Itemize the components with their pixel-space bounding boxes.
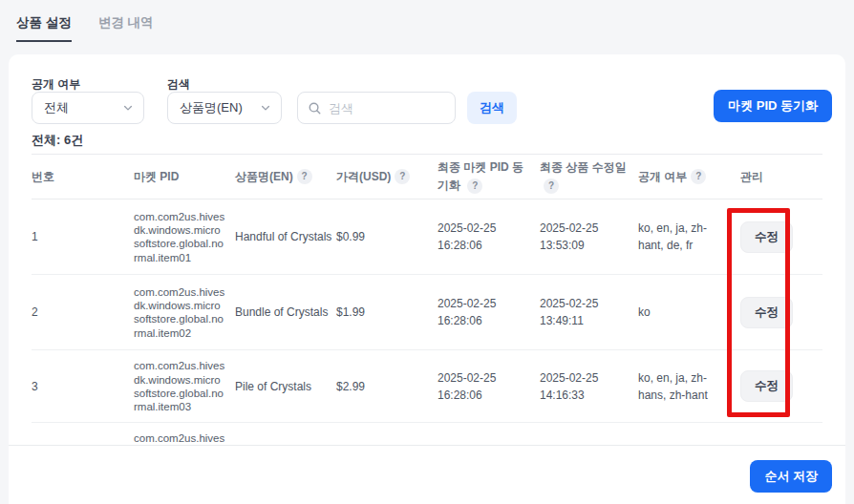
cell-no: 2 <box>32 275 134 350</box>
cell-synced <box>438 423 540 445</box>
cell-modified: 2025-02-25 14:16:33 <box>540 350 638 423</box>
cell-market-pid: com.com2us.hivesdk.windows.microsoftstor… <box>134 350 235 423</box>
table-row-partial: com.com2us.hives 수정 <box>32 423 822 445</box>
cell-synced: 2025-02-25 16:28:06 <box>438 200 540 275</box>
col-header-price: 가격(USD)? <box>336 155 438 200</box>
cell-price <box>336 423 438 445</box>
help-icon[interactable]: ? <box>467 178 482 194</box>
help-icon[interactable]: ? <box>691 169 706 184</box>
cell-visibility: ko, en, ja, zh-hans, zh-hant <box>638 350 740 423</box>
cell-visibility <box>638 423 740 445</box>
cell-modified: 2025-02-25 13:49:11 <box>540 275 638 350</box>
cell-modified: 2025-02-25 13:53:09 <box>540 200 638 275</box>
visibility-select[interactable]: 전체 <box>32 92 144 124</box>
cell-name <box>235 423 336 445</box>
cell-price: $2.99 <box>336 350 438 423</box>
search-type-select[interactable]: 상품명(EN) <box>167 92 282 124</box>
cell-no <box>32 423 134 445</box>
col-header-no: 번호 <box>32 155 134 200</box>
cell-name: Bundle of Crystals <box>235 275 336 350</box>
cell-synced: 2025-02-25 16:28:06 <box>438 350 540 423</box>
search-button[interactable]: 검색 <box>467 92 517 124</box>
cell-name: Pile of Crystals <box>235 350 336 423</box>
cell-manage: 수정 <box>740 275 822 350</box>
edit-button[interactable]: 수정 <box>740 221 793 253</box>
cell-manage: 수정 <box>740 200 822 275</box>
product-table: 번호 마켓 PID 상품명(EN)? 가격(USD)? 최종 마켓 PID 동기… <box>32 155 822 445</box>
tab-bar: 상품 설정 변경 내역 <box>0 0 854 42</box>
cell-manage: 수정 <box>740 423 822 445</box>
save-order-button[interactable]: 순서 저장 <box>750 460 832 493</box>
search-filter-label: 검색 <box>167 76 190 93</box>
visibility-filter-label: 공개 여부 <box>32 76 80 93</box>
help-icon[interactable]: ? <box>544 178 559 194</box>
cell-manage: 수정 <box>740 350 822 423</box>
col-header-name: 상품명(EN)? <box>235 155 336 200</box>
col-header-market-pid: 마켓 PID <box>134 155 235 200</box>
cell-market-pid: com.com2us.hivesdk.windows.microsoftstor… <box>134 275 235 350</box>
col-header-manage: 관리 <box>740 155 822 200</box>
cell-modified <box>540 423 638 445</box>
col-header-visibility: 공개 여부? <box>638 155 740 200</box>
cell-visibility: ko, en, ja, zh-hant, de, fr <box>638 200 740 275</box>
cell-market-pid: com.com2us.hivesdk.windows.microsoftstor… <box>134 200 235 275</box>
table-row: 1 com.com2us.hivesdk.windows.microsoftst… <box>32 200 822 275</box>
filter-controls: 전체 상품명(EN) 검색 <box>32 92 517 124</box>
edit-button[interactable]: 수정 <box>740 370 793 402</box>
product-settings-panel: 공개 여부 검색 전체 상품명(EN) <box>9 54 845 504</box>
cell-no: 1 <box>32 200 134 275</box>
cell-no: 3 <box>32 350 134 423</box>
cell-name: Handful of Crystals <box>235 200 336 275</box>
cell-price: $0.99 <box>336 200 438 275</box>
search-input[interactable] <box>329 101 445 116</box>
chevron-down-icon <box>260 102 271 114</box>
cell-visibility: ko <box>638 275 740 350</box>
card-footer: 순서 저장 <box>9 445 845 504</box>
help-icon[interactable]: ? <box>395 169 410 184</box>
edit-button[interactable]: 수정 <box>740 297 793 328</box>
cell-synced: 2025-02-25 16:28:06 <box>438 275 540 350</box>
help-icon[interactable]: ? <box>297 169 312 184</box>
col-header-modified: 최종 상품 수정일 ? <box>540 155 638 200</box>
cell-price: $1.99 <box>336 275 438 350</box>
tab-product-settings[interactable]: 상품 설정 <box>16 14 72 42</box>
market-pid-sync-button[interactable]: 마켓 PID 동기화 <box>714 90 832 122</box>
cell-market-pid: com.com2us.hives <box>134 423 235 445</box>
search-input-box <box>297 92 456 124</box>
chevron-down-icon <box>122 102 134 114</box>
table-row: 2 com.com2us.hivesdk.windows.microsoftst… <box>32 275 822 350</box>
total-count: 전체: 6건 <box>32 132 83 149</box>
product-table-container: 번호 마켓 PID 상품명(EN)? 가격(USD)? 최종 마켓 PID 동기… <box>32 154 822 445</box>
col-header-synced: 최종 마켓 PID 동기화 ? <box>438 155 540 200</box>
table-header-row: 번호 마켓 PID 상품명(EN)? 가격(USD)? 최종 마켓 PID 동기… <box>32 155 822 200</box>
search-type-select-value: 상품명(EN) <box>180 99 243 116</box>
search-icon <box>308 101 322 116</box>
table-row: 3 com.com2us.hivesdk.windows.microsoftst… <box>32 350 822 423</box>
tab-change-history[interactable]: 변경 내역 <box>98 14 154 42</box>
visibility-select-value: 전체 <box>44 99 69 116</box>
